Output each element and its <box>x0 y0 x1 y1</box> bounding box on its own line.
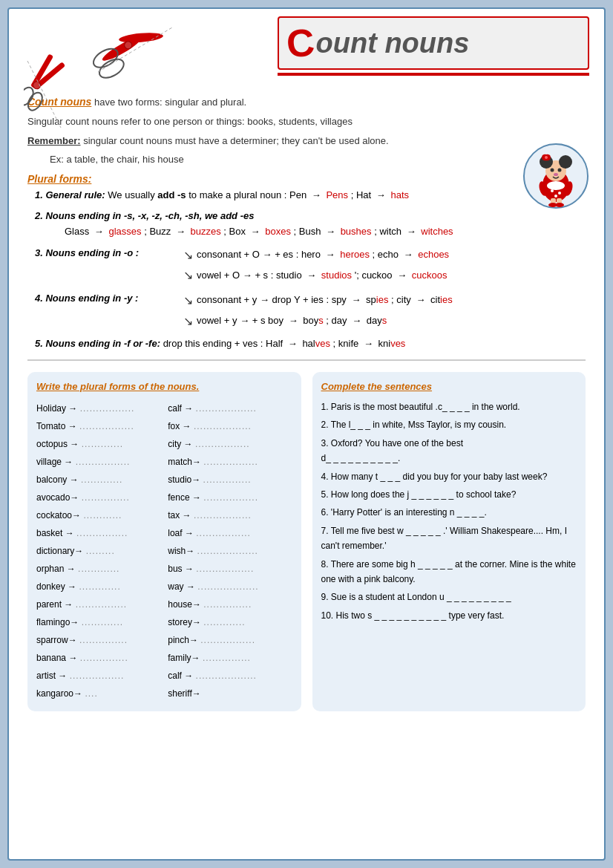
ex-item: house→ ............... <box>168 595 292 613</box>
rule-3-sub1: ↘ consonant + O → + es : hero → heroes ;… <box>183 246 449 265</box>
rule-4-container: 4. Nouns ending in -y : ↘ consonant + y … <box>35 291 586 330</box>
ex-item: calf → ................... <box>168 399 292 417</box>
rule-4-sub1: ↘ consonant + y → drop Y + ies : spy → s… <box>183 291 453 310</box>
remember-label: Remember: <box>27 135 81 146</box>
ex-item: avocado→ ............... <box>36 489 160 506</box>
ex-item: parent → ................ <box>36 595 160 613</box>
ex-item: octopus → ............. <box>36 435 160 453</box>
ex-item: tax → .................. <box>168 506 292 524</box>
rule-1-content: We usually <box>108 189 157 200</box>
exercise-2: Complete the sentences 1. Paris is the m… <box>312 372 586 711</box>
ex-item: calf → ................... <box>168 667 292 685</box>
arrow-icon-2: → <box>376 188 386 203</box>
rule-3-title: Nouns ending in -o : <box>45 247 139 258</box>
rule-5-content: drop this ending + ves : Half → halves ;… <box>163 338 406 349</box>
svg-point-25 <box>558 192 561 195</box>
svg-point-10 <box>25 90 45 113</box>
exercise-1-col2: calf → ................... fox → .......… <box>168 399 292 702</box>
ex-item: bus → .................. <box>168 560 292 578</box>
page: C ount nouns <box>7 7 606 861</box>
rule-5: 5. Nouns ending in -f or -fe: drop this … <box>35 336 586 352</box>
ex-item: donkey → ............. <box>36 578 160 595</box>
sentence-3: 3. Oxford? You have one of the bestd_ _ … <box>321 436 577 466</box>
ex-item: city → ................. <box>168 435 292 453</box>
exercise-1: Write the plural forms of the nouns. Hol… <box>27 372 301 711</box>
ex-item: storey→ ............. <box>168 613 292 631</box>
ex-item: artist → ................. <box>36 667 160 685</box>
svg-point-4 <box>96 56 127 79</box>
content: Count nouns have two forms: singular and… <box>9 91 604 719</box>
rule-3-sub2-text: vowel + O → + s : studio → studios '; cu… <box>197 268 448 284</box>
rule-2-header: 2. Nouns ending in -s, -x, -z, -ch, -sh,… <box>35 209 586 224</box>
title-text: ount nouns <box>316 27 470 59</box>
divider <box>27 359 586 361</box>
rule-4: 4. Nouns ending in -y : ↘ consonant + y … <box>35 291 586 330</box>
rule-2: 2. Nouns ending in -s, -x, -z, -ch, -sh,… <box>35 209 586 240</box>
header: C ount nouns <box>9 9 604 91</box>
ex-item: loaf → ................. <box>168 524 292 542</box>
arrow-diagonal-4: ↘ <box>183 312 193 331</box>
minnie-decoration <box>522 143 589 209</box>
svg-point-26 <box>554 195 557 198</box>
scissors-icon-2 <box>24 53 83 128</box>
intro-line1: Count nouns have two forms: singular and… <box>27 94 586 110</box>
intro-line1-rest: have two forms: singular and plural. <box>94 97 246 108</box>
rule-3-sub2: ↘ vowel + O → + s : studio → studios '; … <box>183 266 449 285</box>
arrow-diagonal-1: ↘ <box>183 246 193 265</box>
rule-3: 3. Nouns ending in -o : ↘ consonant + O … <box>35 246 586 285</box>
arrow-icon: → <box>312 188 321 203</box>
rule-3-sub1-text: consonant + O → + es : hero → heroes ; e… <box>197 247 449 263</box>
rule-1-rest: to make a plural noun : Pen <box>189 189 306 200</box>
ex-item: balcony → ............. <box>36 471 160 489</box>
svg-point-30 <box>555 203 564 207</box>
remember-rest: singular count nouns must have a determi… <box>83 135 389 146</box>
rule-1-hats: hats <box>390 189 409 200</box>
svg-point-16 <box>559 155 572 169</box>
ex-item: kangaroo→ .... <box>36 685 160 702</box>
ex-item: banana → ............... <box>36 649 160 667</box>
rule-2-examples: Glass → glasses ; Buzz → buzzes ; Box → … <box>65 224 586 240</box>
sentence-9: 9. Sue is a student at London u _ _ _ _ … <box>321 590 577 604</box>
rule-4-num: 4. <box>35 293 45 304</box>
sentence-4: 4. How many t _ _ _ did you buy for your… <box>321 469 577 484</box>
sentence-6: 6. 'Harry Potter' is an interesting n _ … <box>321 505 577 520</box>
rule-4-sub2-text: vowel + y → + s boy → boys ; day → days <box>197 313 387 329</box>
ex-item: pinch→ ................. <box>168 631 292 649</box>
ex-item: fox → .................. <box>168 417 292 435</box>
rule-3-header: 3. Nouns ending in -o : <box>35 246 183 261</box>
sentence-8: 8. There are some big h _ _ _ _ _ at the… <box>321 557 577 587</box>
svg-point-22 <box>554 173 558 176</box>
arrow-diagonal-2: ↘ <box>183 266 193 285</box>
rule-2-num: 2. <box>35 210 45 221</box>
exercise-1-grid: Holiday → ................. Tomato → ...… <box>36 399 292 702</box>
title-letter: C <box>285 22 316 63</box>
ex-item: dictionary→ ......... <box>36 542 160 560</box>
rules-section: 1. General rule: We usually add -s to ma… <box>35 188 586 353</box>
rule-1: 1. General rule: We usually add -s to ma… <box>35 188 586 203</box>
rule-4-subrules: ↘ consonant + y → drop Y + ies : spy → s… <box>183 291 453 330</box>
svg-point-21 <box>558 169 562 172</box>
ex-item: Holiday → ................. <box>36 399 160 417</box>
exercise-1-col1: Holiday → ................. Tomato → ...… <box>36 399 160 702</box>
svg-point-1 <box>119 31 164 44</box>
ex-item: village → ................. <box>36 453 160 471</box>
header-right: C ount nouns <box>254 16 589 76</box>
ex-item: sheriff→ <box>168 685 292 702</box>
rule-5-title: Nouns ending in -f or -fe: <box>45 338 160 349</box>
ex-item: sparrow→ ............... <box>36 631 160 649</box>
remember-line: Remember: singular count nouns must have… <box>27 134 586 149</box>
rule-2-title: Nouns ending in -s, -x, -z, -ch, -sh, we… <box>45 210 254 221</box>
rule-4-sub2: ↘ vowel + y → + s boy → boys ; day → day… <box>183 312 453 331</box>
intro-line2: Singular count nouns refer to one person… <box>27 114 586 129</box>
exercise-2-title: Complete the sentences <box>321 381 577 392</box>
sentence-7: 7. Tell me five best w _ _ _ _ _ .' Will… <box>321 523 577 554</box>
rule-3-container: 3. Nouns ending in -o : ↘ consonant + O … <box>35 246 586 285</box>
ex-item: match→ ................. <box>168 453 292 471</box>
sentence-5: 5. How long does the j _ _ _ _ _ _ to sc… <box>321 487 577 502</box>
exercises: Write the plural forms of the nouns. Hol… <box>27 372 586 711</box>
rule-3-subrules: ↘ consonant + O → + es : hero → heroes ;… <box>183 246 449 285</box>
sentence-2: 2. The l_ _ _ in white, Mss Taylor, is m… <box>321 417 577 432</box>
svg-point-24 <box>551 189 554 192</box>
ex-item: orphan → ............. <box>36 560 160 578</box>
rule-1-title: General rule: <box>45 189 105 200</box>
